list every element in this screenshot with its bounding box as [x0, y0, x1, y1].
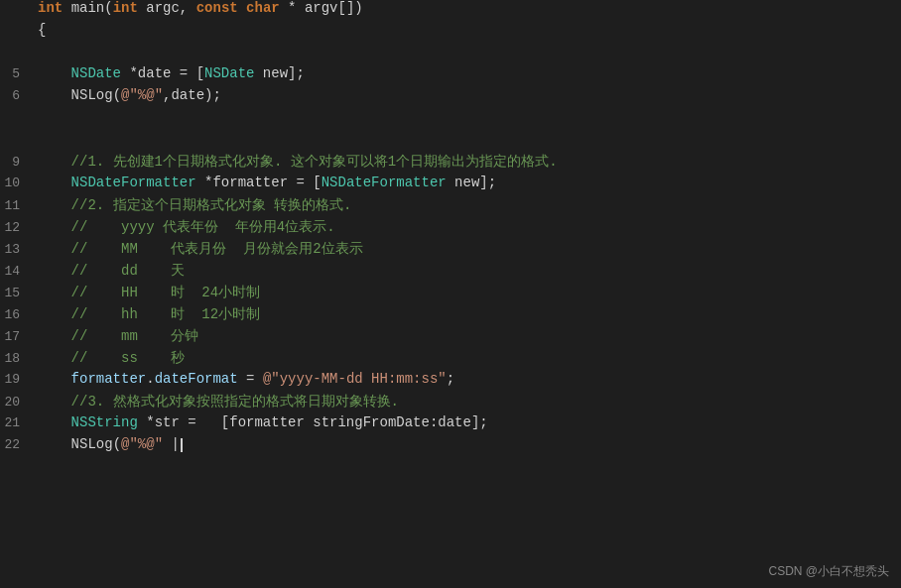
token	[38, 328, 71, 344]
token: // hh 时 12小时制	[71, 306, 260, 322]
line-text: // ss 秒	[28, 349, 901, 367]
line-number: 17	[0, 329, 28, 344]
token: *formatter = [	[196, 175, 322, 190]
token	[38, 175, 71, 190]
code-line: {	[0, 22, 901, 44]
line-text: //1. 先创建1个日期格式化对象. 这个对象可以将1个日期输出为指定的格式.	[28, 153, 901, 171]
token	[38, 371, 71, 387]
token	[38, 306, 71, 322]
line-number: 20	[0, 395, 28, 410]
line-text: //3. 然格式化对象按照指定的格式将日期对象转换.	[28, 393, 901, 411]
token: NSDate	[204, 65, 254, 81]
token: NSDate	[71, 65, 121, 81]
line-text: formatter.dateFormat = @"yyyy-MM-dd HH:m…	[28, 371, 901, 387]
code-line: 18 // ss 秒	[0, 349, 901, 371]
token	[38, 219, 71, 235]
token: @"yyyy-MM-dd HH:mm:ss"	[263, 371, 447, 387]
token	[38, 197, 71, 213]
token: // yyyy 代表年份 年份用4位表示.	[71, 219, 335, 235]
text-cursor	[181, 438, 183, 452]
code-line: 15 // HH 时 24小时制	[0, 284, 901, 305]
code-line: int main(int argc, const char * argv[])	[0, 0, 901, 22]
token	[38, 414, 71, 430]
code-line	[0, 480, 901, 502]
token: char	[246, 0, 280, 16]
token: ;	[447, 371, 454, 387]
line-number: 19	[0, 372, 28, 387]
token	[238, 0, 246, 16]
code-line: 17 // mm 分钟	[0, 327, 901, 349]
code-line: 12 // yyyy 代表年份 年份用4位表示.	[0, 218, 901, 240]
line-number: 5	[0, 66, 28, 81]
line-number: 13	[0, 242, 28, 257]
token: //3. 然格式化对象按照指定的格式将日期对象转换.	[71, 394, 399, 410]
code-line: 21 NSString *str = [formatter stringFrom…	[0, 414, 901, 436]
line-text: int main(int argc, const char * argv[])	[28, 0, 901, 16]
code-line: 14 // dd 天	[0, 262, 901, 284]
line-number: 12	[0, 220, 28, 235]
token	[38, 436, 71, 452]
code-line: 16 // hh 时 12小时制	[0, 305, 901, 327]
code-line: 6 NSLog(@"%@",date);	[0, 87, 901, 109]
token: @"%@"	[121, 436, 163, 452]
line-text: NSLog(@"%@",date);	[28, 87, 901, 103]
line-number: 11	[0, 198, 28, 213]
token: // dd 天	[71, 263, 186, 279]
token: // HH 时 24小时制	[71, 285, 260, 300]
code-line	[0, 109, 901, 131]
token: *date = [	[121, 65, 204, 81]
watermark-text: CSDN @小白不想秃头	[768, 563, 889, 580]
token: NSString	[71, 414, 138, 430]
token: new];	[254, 65, 304, 81]
code-line: 9 //1. 先创建1个日期格式化对象. 这个对象可以将1个日期输出为指定的格式…	[0, 153, 901, 175]
token: NSLog	[71, 436, 113, 452]
token: // mm 分钟	[71, 328, 199, 344]
token: dateFormat	[155, 371, 238, 387]
token: {	[38, 22, 46, 38]
token: const	[196, 0, 238, 16]
token: * argv[])	[280, 0, 363, 16]
token: // ss 秒	[71, 350, 186, 366]
token	[38, 350, 71, 366]
line-text: // mm 分钟	[28, 327, 901, 345]
token	[38, 394, 71, 410]
token: formatter	[71, 371, 147, 387]
line-text: // dd 天	[28, 262, 901, 280]
token: .	[146, 371, 154, 387]
line-text: NSDate *date = [NSDate new];	[28, 65, 901, 81]
line-number: 9	[0, 155, 28, 170]
token	[38, 263, 71, 279]
line-number: 6	[0, 88, 28, 103]
line-number: 14	[0, 264, 28, 279]
token: *str = [formatter	[138, 414, 313, 430]
token: //1. 先创建1个日期格式化对象. 这个对象可以将1个日期输出为指定的格式.	[71, 154, 558, 170]
code-line: 19 formatter.dateFormat = @"yyyy-MM-dd H…	[0, 371, 901, 393]
line-text: NSLog(@"%@" |	[28, 436, 901, 452]
token: int	[113, 0, 138, 16]
line-number: 21	[0, 415, 28, 430]
token	[38, 65, 71, 81]
code-line: 22 NSLog(@"%@" |	[0, 436, 901, 458]
token: |	[163, 436, 180, 452]
line-text: NSDateFormatter *formatter = [NSDateForm…	[28, 175, 901, 190]
token: =	[238, 371, 263, 387]
token: NSLog	[71, 87, 113, 103]
code-editor: int main(int argc, const char * argv[]){…	[0, 0, 901, 588]
token	[63, 0, 70, 16]
code-line: 11 //2. 指定这个日期格式化对象 转换的格式.	[0, 196, 901, 218]
token: :date];	[430, 414, 488, 430]
code-line	[0, 458, 901, 480]
token	[38, 154, 71, 170]
line-number: 15	[0, 286, 28, 300]
line-text: {	[28, 22, 901, 38]
line-number: 16	[0, 307, 28, 322]
token: (	[113, 436, 121, 452]
token: main	[71, 0, 105, 16]
code-line: 13 // MM 代表月份 月份就会用2位表示	[0, 240, 901, 262]
code-line: 10 NSDateFormatter *formatter = [NSDateF…	[0, 175, 901, 196]
token: //2. 指定这个日期格式化对象 转换的格式.	[71, 197, 352, 213]
token	[38, 285, 71, 300]
line-text: // hh 时 12小时制	[28, 305, 901, 323]
line-text: //2. 指定这个日期格式化对象 转换的格式.	[28, 196, 901, 214]
token: (	[113, 87, 121, 103]
